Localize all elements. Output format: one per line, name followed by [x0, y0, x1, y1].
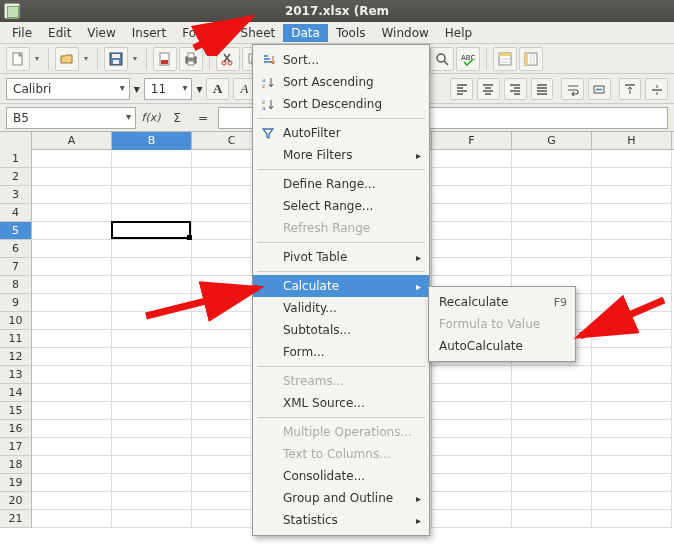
- cell[interactable]: [112, 204, 192, 222]
- cut-button[interactable]: [216, 47, 240, 71]
- cell[interactable]: [592, 366, 672, 384]
- cell[interactable]: [592, 222, 672, 240]
- submenuitem-autocalculate[interactable]: AutoCalculate: [429, 335, 575, 357]
- menuitem-sort-descending[interactable]: zaSort Descending: [253, 93, 429, 115]
- row-header[interactable]: 5: [0, 222, 32, 240]
- menu-view[interactable]: View: [79, 24, 123, 42]
- row-header[interactable]: 4: [0, 204, 32, 222]
- row-header[interactable]: 14: [0, 384, 32, 402]
- cell[interactable]: [592, 420, 672, 438]
- valign-top-button[interactable]: [619, 78, 642, 100]
- cell[interactable]: [592, 240, 672, 258]
- cell[interactable]: [512, 240, 592, 258]
- cell[interactable]: [592, 186, 672, 204]
- save-dropdown[interactable]: ▾: [130, 47, 140, 71]
- font-name-arrow[interactable]: ▾: [134, 82, 140, 96]
- cell[interactable]: [592, 492, 672, 510]
- row-header[interactable]: 1: [0, 150, 32, 168]
- bold-button[interactable]: A: [206, 78, 229, 100]
- cell[interactable]: [592, 204, 672, 222]
- cell[interactable]: [32, 438, 112, 456]
- menuitem-autofilter[interactable]: AutoFilter: [253, 122, 429, 144]
- find-button[interactable]: [430, 47, 454, 71]
- column-header[interactable]: G: [512, 132, 592, 150]
- cell[interactable]: [112, 348, 192, 366]
- cell[interactable]: [432, 456, 512, 474]
- cell[interactable]: [112, 384, 192, 402]
- cell[interactable]: [432, 240, 512, 258]
- row-header[interactable]: 20: [0, 492, 32, 510]
- cell[interactable]: [112, 240, 192, 258]
- cell[interactable]: [432, 492, 512, 510]
- menu-sheet[interactable]: Sheet: [233, 24, 284, 42]
- cell[interactable]: [112, 276, 192, 294]
- cell[interactable]: [592, 438, 672, 456]
- cell[interactable]: [592, 276, 672, 294]
- menuitem-form[interactable]: Form...: [253, 341, 429, 363]
- menuitem-group-and-outline[interactable]: Group and Outline▸: [253, 487, 429, 509]
- cell[interactable]: [32, 402, 112, 420]
- cell[interactable]: [512, 186, 592, 204]
- cell[interactable]: [112, 456, 192, 474]
- menu-file[interactable]: File: [4, 24, 40, 42]
- cell[interactable]: [592, 150, 672, 168]
- font-name-combo[interactable]: Calibri: [6, 78, 130, 100]
- cell[interactable]: [592, 168, 672, 186]
- menu-tools[interactable]: Tools: [328, 24, 374, 42]
- cell[interactable]: [592, 330, 672, 348]
- cell[interactable]: [432, 258, 512, 276]
- cell[interactable]: [592, 456, 672, 474]
- font-size-arrow[interactable]: ▾: [196, 82, 202, 96]
- menuitem-pivot-table[interactable]: Pivot Table▸: [253, 246, 429, 268]
- cell[interactable]: [32, 510, 112, 528]
- menuitem-validity[interactable]: Validity...: [253, 297, 429, 319]
- menuitem-sort-ascending[interactable]: azSort Ascending: [253, 71, 429, 93]
- select-all-corner[interactable]: [0, 132, 32, 150]
- cell[interactable]: [512, 438, 592, 456]
- cell[interactable]: [512, 492, 592, 510]
- cell[interactable]: [32, 474, 112, 492]
- cell[interactable]: [512, 474, 592, 492]
- menuitem-sort[interactable]: Sort...: [253, 49, 429, 71]
- menuitem-subtotals[interactable]: Subtotals...: [253, 319, 429, 341]
- column-header[interactable]: B: [112, 132, 192, 150]
- cell-name-box[interactable]: B5: [6, 107, 136, 129]
- cell[interactable]: [592, 384, 672, 402]
- cell[interactable]: [32, 312, 112, 330]
- cell[interactable]: [432, 186, 512, 204]
- cell[interactable]: [32, 150, 112, 168]
- row-header[interactable]: 10: [0, 312, 32, 330]
- new-doc-button[interactable]: [6, 47, 30, 71]
- cell[interactable]: [32, 456, 112, 474]
- align-left-button[interactable]: [450, 78, 473, 100]
- row-header[interactable]: 17: [0, 438, 32, 456]
- formula-equals-button[interactable]: =: [192, 107, 214, 129]
- spellcheck-button[interactable]: ABC: [456, 47, 480, 71]
- cell[interactable]: [112, 402, 192, 420]
- cell[interactable]: [592, 510, 672, 528]
- cell[interactable]: [32, 420, 112, 438]
- menuitem-select-range[interactable]: Select Range...: [253, 195, 429, 217]
- cell[interactable]: [32, 204, 112, 222]
- cell[interactable]: [432, 384, 512, 402]
- function-wizard-button[interactable]: f(x): [140, 107, 162, 129]
- new-doc-dropdown[interactable]: ▾: [32, 47, 42, 71]
- row-header[interactable]: 2: [0, 168, 32, 186]
- cell[interactable]: [32, 348, 112, 366]
- cell[interactable]: [112, 222, 192, 240]
- valign-middle-button[interactable]: [645, 78, 668, 100]
- cell[interactable]: [512, 510, 592, 528]
- cell[interactable]: [32, 222, 112, 240]
- cell[interactable]: [432, 150, 512, 168]
- column-header[interactable]: H: [592, 132, 672, 150]
- align-justify-button[interactable]: [531, 78, 554, 100]
- row-header[interactable]: 16: [0, 420, 32, 438]
- cell[interactable]: [592, 258, 672, 276]
- cell[interactable]: [112, 492, 192, 510]
- row-header[interactable]: 21: [0, 510, 32, 528]
- sum-button[interactable]: Σ: [166, 107, 188, 129]
- export-pdf-button[interactable]: [153, 47, 177, 71]
- cell[interactable]: [432, 474, 512, 492]
- cell[interactable]: [112, 330, 192, 348]
- cell[interactable]: [32, 366, 112, 384]
